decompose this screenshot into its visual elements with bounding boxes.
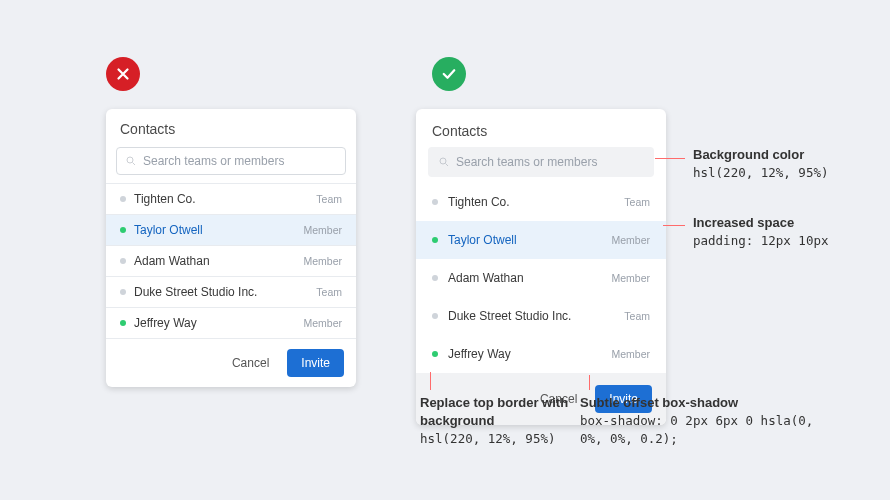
- contact-row[interactable]: Duke Street Studio Inc. Team: [416, 297, 666, 335]
- contact-name: Adam Wathan: [448, 271, 524, 285]
- status-dot: [120, 289, 126, 295]
- search-icon: [125, 155, 137, 167]
- contact-name: Duke Street Studio Inc.: [448, 309, 571, 323]
- svg-point-2: [440, 158, 446, 164]
- annotation-code: box-shadow: 0 2px 6px 0 hsla(0, 0%, 0%, …: [580, 413, 813, 446]
- annotation-code: padding: 12px 10px: [693, 233, 828, 248]
- search-input[interactable]: Search teams or members: [116, 147, 346, 175]
- contact-name: Taylor Otwell: [448, 233, 517, 247]
- status-dot: [432, 199, 438, 205]
- svg-line-3: [446, 164, 449, 167]
- contact-name: Tighten Co.: [134, 192, 196, 206]
- annotation-title: Replace top border with background: [420, 395, 568, 428]
- contact-row[interactable]: Adam Wathan Member: [106, 245, 356, 276]
- annotation-code: hsl(220, 12%, 95%): [693, 165, 828, 180]
- status-dot: [120, 196, 126, 202]
- contact-row[interactable]: Taylor Otwell Member: [416, 221, 666, 259]
- cancel-button[interactable]: Cancel: [224, 349, 277, 377]
- svg-point-0: [127, 157, 133, 163]
- status-badge-bad: [106, 57, 140, 91]
- contact-role: Member: [303, 255, 342, 267]
- annotation-pointer: [663, 225, 685, 226]
- annotation-footer: Replace top border with background hsl(2…: [420, 394, 570, 449]
- contact-row[interactable]: Jeffrey Way Member: [106, 307, 356, 338]
- status-dot: [120, 227, 126, 233]
- search-icon: [438, 156, 450, 168]
- card-title: Contacts: [416, 109, 666, 147]
- card-footer: Cancel Invite: [106, 338, 356, 387]
- status-dot: [432, 275, 438, 281]
- annotation-title: Increased space: [693, 215, 794, 230]
- search-placeholder: Search teams or members: [143, 154, 284, 168]
- invite-button[interactable]: Invite: [287, 349, 344, 377]
- annotation-code: hsl(220, 12%, 95%): [420, 431, 555, 446]
- annotation-title: Background color: [693, 147, 804, 162]
- contact-name: Adam Wathan: [134, 254, 210, 268]
- contacts-card-bad: Contacts Search teams or members Tighten…: [106, 109, 356, 387]
- annotation-pointer: [430, 372, 431, 390]
- status-badge-good: [432, 57, 466, 91]
- annotation-bgcolor: Background color hsl(220, 12%, 95%): [693, 146, 828, 182]
- contact-row[interactable]: Tighten Co. Team: [106, 183, 356, 214]
- status-dot: [432, 351, 438, 357]
- contact-role: Member: [611, 348, 650, 360]
- search-placeholder: Search teams or members: [456, 155, 597, 169]
- contact-role: Member: [303, 317, 342, 329]
- contact-row[interactable]: Jeffrey Way Member: [416, 335, 666, 373]
- status-dot: [120, 258, 126, 264]
- contact-role: Team: [316, 193, 342, 205]
- contact-role: Team: [624, 310, 650, 322]
- contact-role: Member: [611, 234, 650, 246]
- annotation-pointer: [655, 158, 685, 159]
- contact-role: Member: [303, 224, 342, 236]
- search-input[interactable]: Search teams or members: [428, 147, 654, 177]
- contact-name: Jeffrey Way: [448, 347, 511, 361]
- contact-name: Jeffrey Way: [134, 316, 197, 330]
- card-title: Contacts: [106, 109, 356, 147]
- status-dot: [432, 313, 438, 319]
- contacts-card-good: Contacts Search teams or members Tighten…: [416, 109, 666, 425]
- x-icon: [114, 65, 132, 83]
- annotation-padding: Increased space padding: 12px 10px: [693, 214, 828, 250]
- annotation-shadow: Subtle offset box-shadow box-shadow: 0 2…: [580, 394, 830, 449]
- svg-line-1: [133, 163, 136, 166]
- contact-row[interactable]: Tighten Co. Team: [416, 183, 666, 221]
- contact-row[interactable]: Taylor Otwell Member: [106, 214, 356, 245]
- contact-role: Team: [624, 196, 650, 208]
- contact-row[interactable]: Adam Wathan Member: [416, 259, 666, 297]
- contact-name: Duke Street Studio Inc.: [134, 285, 257, 299]
- contact-row[interactable]: Duke Street Studio Inc. Team: [106, 276, 356, 307]
- status-dot: [432, 237, 438, 243]
- annotation-pointer: [589, 375, 590, 390]
- contact-name: Tighten Co.: [448, 195, 510, 209]
- contact-role: Member: [611, 272, 650, 284]
- contact-name: Taylor Otwell: [134, 223, 203, 237]
- check-icon: [440, 65, 458, 83]
- status-dot: [120, 320, 126, 326]
- contact-role: Team: [316, 286, 342, 298]
- annotation-title: Subtle offset box-shadow: [580, 395, 738, 410]
